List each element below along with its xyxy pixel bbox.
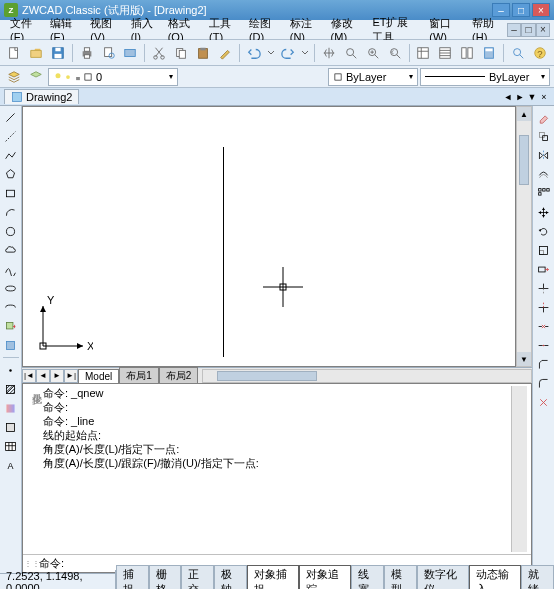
status-模型[interactable]: 模型 bbox=[384, 565, 417, 590]
make-block-tool[interactable] bbox=[2, 336, 20, 354]
tab-model[interactable]: Model bbox=[78, 369, 119, 383]
properties-button[interactable] bbox=[414, 43, 434, 63]
tab-prev-button[interactable]: ◄ bbox=[36, 369, 50, 383]
layer-combo[interactable]: 0 ▾ bbox=[48, 68, 178, 86]
hatch-tool[interactable] bbox=[2, 380, 20, 398]
layer-previous-button[interactable] bbox=[26, 67, 46, 87]
print-preview-button[interactable] bbox=[99, 43, 119, 63]
status-栅格[interactable]: 栅格 bbox=[149, 565, 182, 590]
explode-tool[interactable] bbox=[535, 393, 553, 411]
tab-scroll-button[interactable]: ▼ bbox=[526, 91, 538, 103]
linetype-combo[interactable]: ByLayer ▾ bbox=[420, 68, 550, 86]
point-tool[interactable] bbox=[2, 361, 20, 379]
status-动态输入[interactable]: 动态输入 bbox=[469, 565, 521, 590]
calculator-button[interactable] bbox=[479, 43, 499, 63]
offset-tool[interactable] bbox=[535, 165, 553, 183]
polygon-tool[interactable] bbox=[2, 165, 20, 183]
child-minimize-button[interactable]: – bbox=[507, 23, 521, 37]
undo-button[interactable] bbox=[244, 43, 264, 63]
status-线宽[interactable]: 线宽 bbox=[351, 565, 384, 590]
status-正交[interactable]: 正交 bbox=[181, 565, 214, 590]
ellipse-arc-tool[interactable] bbox=[2, 298, 20, 316]
print-button[interactable] bbox=[77, 43, 97, 63]
tab-prev-button[interactable]: ◄ bbox=[502, 91, 514, 103]
pan-button[interactable] bbox=[319, 43, 339, 63]
stretch-tool[interactable] bbox=[535, 260, 553, 278]
fillet-tool[interactable] bbox=[535, 374, 553, 392]
status-对象捕捉[interactable]: 对象捕捉 bbox=[247, 565, 299, 590]
circle-tool[interactable] bbox=[2, 222, 20, 240]
layer-manager-button[interactable] bbox=[4, 67, 24, 87]
status-极轴[interactable]: 极轴 bbox=[214, 565, 247, 590]
table-tool[interactable] bbox=[2, 437, 20, 455]
zoom-extents-button[interactable] bbox=[508, 43, 528, 63]
scroll-up-button[interactable]: ▲ bbox=[517, 107, 531, 121]
zoom-realtime-button[interactable] bbox=[341, 43, 361, 63]
tab-next-button[interactable]: ► bbox=[50, 369, 64, 383]
help-button[interactable]: ? bbox=[530, 43, 550, 63]
scroll-down-button[interactable]: ▼ bbox=[517, 352, 531, 366]
erase-tool[interactable] bbox=[535, 108, 553, 126]
status-捕捉[interactable]: 捕捉 bbox=[116, 565, 149, 590]
cut-button[interactable] bbox=[149, 43, 169, 63]
grip-icon[interactable]: ⋮⋮ bbox=[25, 557, 39, 571]
copy-button[interactable] bbox=[171, 43, 191, 63]
move-tool[interactable] bbox=[535, 203, 553, 221]
maximize-button[interactable]: □ bbox=[512, 3, 530, 17]
scroll-thumb[interactable] bbox=[519, 135, 529, 185]
tab-layout1[interactable]: 布局1 bbox=[119, 367, 159, 384]
tool-palettes-button[interactable] bbox=[457, 43, 477, 63]
redo-dropdown[interactable] bbox=[300, 43, 310, 63]
spline-tool[interactable] bbox=[2, 260, 20, 278]
close-button[interactable]: × bbox=[532, 3, 550, 17]
zoom-window-button[interactable] bbox=[363, 43, 383, 63]
child-close-button[interactable]: × bbox=[536, 23, 550, 37]
status-就绪[interactable]: 就绪 bbox=[521, 565, 554, 590]
break-tool[interactable] bbox=[535, 317, 553, 335]
text-tool[interactable]: A bbox=[2, 456, 20, 474]
save-button[interactable] bbox=[48, 43, 68, 63]
status-对象追踪[interactable]: 对象追踪 bbox=[299, 565, 351, 590]
gradient-tool[interactable] bbox=[2, 399, 20, 417]
new-button[interactable] bbox=[4, 43, 24, 63]
publish-button[interactable] bbox=[121, 43, 141, 63]
document-tab[interactable]: Drawing2 bbox=[4, 89, 79, 104]
trim-tool[interactable] bbox=[535, 279, 553, 297]
design-center-button[interactable] bbox=[435, 43, 455, 63]
insert-block-tool[interactable] bbox=[2, 317, 20, 335]
ellipse-tool[interactable] bbox=[2, 279, 20, 297]
revision-cloud-tool[interactable] bbox=[2, 241, 20, 259]
chamfer-tool[interactable] bbox=[535, 355, 553, 373]
command-panel-handle[interactable]: 最少化 bbox=[27, 386, 43, 552]
region-tool[interactable] bbox=[2, 418, 20, 436]
extend-tool[interactable] bbox=[535, 298, 553, 316]
tab-first-button[interactable]: |◄ bbox=[22, 369, 36, 383]
horizontal-scrollbar[interactable] bbox=[202, 369, 532, 383]
rotate-tool[interactable] bbox=[535, 222, 553, 240]
tab-layout2[interactable]: 布局2 bbox=[159, 367, 199, 384]
polyline-tool[interactable] bbox=[2, 146, 20, 164]
line-tool[interactable] bbox=[2, 108, 20, 126]
tab-last-button[interactable]: ►| bbox=[64, 369, 78, 383]
status-数字化仪[interactable]: 数字化仪 bbox=[417, 565, 469, 590]
vertical-scrollbar[interactable]: ▲ ▼ bbox=[516, 106, 532, 367]
scroll-thumb[interactable] bbox=[217, 371, 317, 381]
join-tool[interactable] bbox=[535, 336, 553, 354]
construction-line-tool[interactable] bbox=[2, 127, 20, 145]
undo-dropdown[interactable] bbox=[266, 43, 276, 63]
array-tool[interactable] bbox=[535, 184, 553, 202]
tab-next-button[interactable]: ► bbox=[514, 91, 526, 103]
arc-tool[interactable] bbox=[2, 203, 20, 221]
drawing-canvas[interactable]: Y X bbox=[22, 106, 516, 367]
paste-button[interactable] bbox=[193, 43, 213, 63]
zoom-previous-button[interactable] bbox=[385, 43, 405, 63]
command-scrollbar[interactable] bbox=[511, 386, 527, 552]
copy-tool[interactable] bbox=[535, 127, 553, 145]
tab-close-button[interactable]: × bbox=[538, 91, 550, 103]
rectangle-tool[interactable] bbox=[2, 184, 20, 202]
color-combo[interactable]: ByLayer ▾ bbox=[328, 68, 418, 86]
mirror-tool[interactable] bbox=[535, 146, 553, 164]
coordinates-display[interactable]: 7.2523, 1.1498, 0.0000 bbox=[0, 570, 116, 590]
child-maximize-button[interactable]: □ bbox=[521, 23, 535, 37]
redo-button[interactable] bbox=[278, 43, 298, 63]
